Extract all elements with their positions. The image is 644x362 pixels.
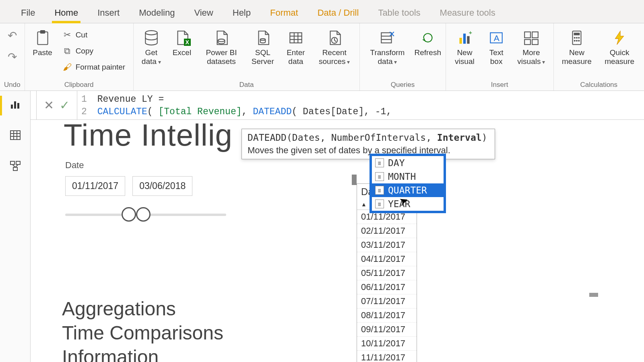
tab-modeling[interactable]: Modeling <box>129 1 184 23</box>
ribbon-group-data: Get data X Excel Power BI datasets SQ <box>134 23 360 90</box>
table-cell[interactable]: 04/11/2017 <box>357 252 417 266</box>
sql-server-icon <box>253 28 272 47</box>
svg-line-46 <box>12 165 15 167</box>
table-cell[interactable]: 11/11/2017 <box>357 351 417 362</box>
redo-button[interactable]: ↷ <box>5 48 19 66</box>
tab-measure-tools[interactable]: Measure tools <box>430 1 505 23</box>
tab-insert[interactable]: Insert <box>88 1 129 23</box>
ribbon-group-clipboard: Paste ✂ Cut ⧉ Copy 🖌 Format painter Clip… <box>25 23 134 90</box>
ribbon-group-queries: Transform data Refresh Queries <box>360 23 446 90</box>
svg-rect-18 <box>467 36 470 44</box>
slicer-start-date[interactable]: 01/11/2017 <box>65 176 125 196</box>
table-cell[interactable]: 05/11/2017 <box>357 266 417 280</box>
table-cell[interactable]: 09/11/2017 <box>357 323 417 337</box>
svg-point-33 <box>578 40 580 41</box>
tab-help[interactable]: Help <box>223 1 260 23</box>
svg-rect-16 <box>460 38 462 44</box>
tab-file[interactable]: File <box>11 1 45 23</box>
clipboard-icon <box>33 28 52 47</box>
formula-cancel-button[interactable]: ✕ <box>44 98 54 112</box>
view-switcher <box>0 91 31 362</box>
recent-sources-button[interactable]: Recent sources <box>313 27 355 66</box>
svg-rect-25 <box>532 39 538 45</box>
ribbon-group-label-data: Data <box>138 80 356 89</box>
svg-rect-13 <box>382 33 392 43</box>
text-box-button[interactable]: A Text box <box>483 27 510 66</box>
ribbon-content: ↶ ↷ Undo Paste ✂ Cut ⧉ Copy <box>0 23 644 91</box>
autocomplete-item[interactable]: ≣YEAR <box>372 197 444 211</box>
ribbon-group-label-queries: Queries <box>364 80 441 89</box>
ribbon-group-label-clipboard: Clipboard <box>29 80 129 89</box>
svg-point-28 <box>574 37 576 39</box>
table-cell[interactable]: 06/11/2017 <box>357 280 417 294</box>
table-cell[interactable]: 02/11/2017 <box>357 224 417 238</box>
autocomplete-item[interactable]: ≣DAY <box>372 156 444 170</box>
svg-line-47 <box>15 165 18 167</box>
transform-data-button[interactable]: Transform data <box>364 27 411 66</box>
textbox-icon: A <box>487 28 506 47</box>
line-number: 2 <box>81 107 87 117</box>
copy-button[interactable]: ⧉ Copy <box>60 44 128 58</box>
undo-button[interactable]: ↶ <box>5 27 19 45</box>
slider-thumb-end[interactable] <box>136 207 151 222</box>
svg-rect-36 <box>14 101 16 109</box>
enter-data-button[interactable]: Enter data <box>282 27 310 66</box>
new-visual-button[interactable]: + New visual <box>450 27 479 66</box>
slicer-slider[interactable] <box>65 207 226 223</box>
svg-rect-45 <box>13 167 17 171</box>
svg-rect-43 <box>10 161 14 165</box>
copy-icon: ⧉ <box>62 46 72 56</box>
tab-data-drill[interactable]: Data / Drill <box>308 1 369 23</box>
lightning-icon <box>610 28 629 47</box>
excel-button[interactable]: X Excel <box>168 27 196 57</box>
sql-server-button[interactable]: SQL Server <box>247 27 278 66</box>
slider-thumb-start[interactable] <box>122 207 136 222</box>
refresh-button[interactable]: Refresh <box>414 27 442 57</box>
date-slicer[interactable]: Date 01/11/2017 03/06/2018 <box>65 160 226 223</box>
text-visual[interactable]: Aggregations Time Comparisons Informatio… <box>62 297 223 362</box>
formula-area: ✕ ✓ 1 Revenue LY = 2 CALCULATE( [Total R… <box>31 91 644 120</box>
svg-rect-22 <box>524 32 530 38</box>
tab-table-tools[interactable]: Table tools <box>368 1 430 23</box>
table-cell[interactable]: 07/11/2017 <box>357 294 417 309</box>
table-cell[interactable]: 08/11/2017 <box>357 309 417 323</box>
selection-handle[interactable] <box>589 293 598 297</box>
cut-button[interactable]: ✂ Cut <box>60 28 128 42</box>
svg-rect-44 <box>16 161 20 165</box>
model-view-button[interactable] <box>7 158 24 177</box>
new-measure-button[interactable]: New measure <box>558 27 596 66</box>
ribbon-group-label-undo: Undo <box>4 80 21 89</box>
tab-format[interactable]: Format <box>260 1 308 23</box>
svg-point-4 <box>260 39 265 40</box>
svg-point-29 <box>576 37 578 39</box>
autocomplete-item[interactable]: ≣MONTH <box>372 170 444 183</box>
quick-measure-button[interactable]: Quick measure <box>599 27 640 66</box>
svg-rect-1 <box>40 30 45 33</box>
recent-icon <box>325 28 344 47</box>
more-visuals-button[interactable]: More visuals <box>513 27 549 66</box>
tab-home[interactable]: Home <box>45 1 88 23</box>
formula-commit-button[interactable]: ✓ <box>60 98 70 112</box>
text-line: Time Comparisons <box>62 321 223 345</box>
table-cell[interactable]: 03/11/2017 <box>357 238 417 252</box>
svg-rect-24 <box>524 39 530 45</box>
data-view-button[interactable] <box>7 127 24 146</box>
formula-editor[interactable]: 1 Revenue LY = 2 CALCULATE( [Total Reven… <box>77 91 644 119</box>
ribbon-group-label-insert: Insert <box>450 80 549 89</box>
svg-rect-37 <box>17 103 19 109</box>
get-data-button[interactable]: Get data <box>138 27 165 66</box>
powerbi-datasets-button[interactable]: Power BI datasets <box>199 27 244 66</box>
table-cell[interactable]: 10/11/2017 <box>357 337 417 351</box>
autocomplete-item[interactable]: ≣QUARTER <box>372 183 444 197</box>
database-icon <box>142 28 161 47</box>
text-line: Aggregations <box>62 297 223 321</box>
slicer-end-date[interactable]: 03/06/2018 <box>132 176 192 196</box>
svg-point-30 <box>578 37 580 39</box>
tab-view[interactable]: View <box>184 1 223 23</box>
more-visuals-icon <box>522 28 541 47</box>
refresh-icon <box>418 28 438 47</box>
paste-button[interactable]: Paste <box>29 27 56 57</box>
format-painter-button[interactable]: 🖌 Format painter <box>60 60 128 74</box>
report-view-button[interactable] <box>7 96 24 115</box>
visual-resize-handle[interactable] <box>352 175 357 185</box>
